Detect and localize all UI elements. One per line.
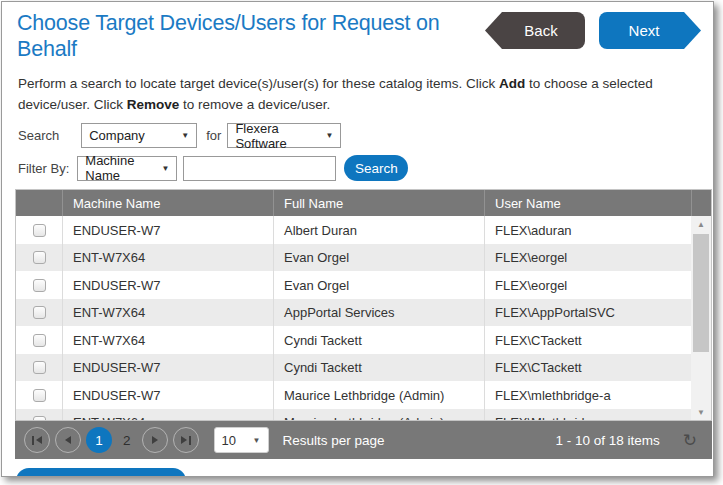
filter-by-label: Filter By: — [18, 161, 69, 176]
next-button[interactable]: Next — [599, 12, 701, 49]
next-page-icon — [152, 436, 158, 444]
cell-machine-name: ENT-W7X64 — [62, 244, 273, 272]
instructions-text: Perform a search to locate target device… — [18, 74, 698, 116]
cell-user-name: FLEX\mlethbridge-a — [484, 381, 691, 409]
row-checkbox[interactable] — [33, 334, 46, 347]
column-header-user-name[interactable]: User Name — [484, 190, 691, 216]
cell-machine-name: ENDUSER-W7 — [62, 354, 273, 382]
page-size-dropdown[interactable]: 10 ▼ — [214, 427, 269, 453]
scroll-up-icon[interactable]: ▲ — [691, 216, 711, 232]
table-row[interactable]: ENDUSER-W7 Cyndi Tackett FLEX\CTackett — [16, 354, 691, 382]
table-row[interactable]: ENT-W7X64 AppPortal Services FLEX\AppPor… — [16, 299, 691, 327]
dialog-header: Choose Target Devices/Users for Request … — [2, 2, 713, 62]
filter-input[interactable] — [183, 156, 336, 181]
cell-full-name: Maurice Lethbridge (Admin) — [273, 409, 484, 421]
cell-full-name: Cyndi Tackett — [273, 326, 484, 354]
previous-page-button[interactable] — [55, 427, 81, 453]
cell-full-name: Albert Duran — [273, 216, 484, 244]
grid-header: Machine Name Full Name User Name — [16, 190, 711, 216]
wizard-nav-buttons: Back Next — [485, 10, 701, 49]
pager-bar: 1 2 10 ▼ Results per page 1 - 10 of 18 i… — [15, 421, 712, 459]
row-checkbox[interactable] — [33, 306, 46, 319]
table-row[interactable]: ENT-W7X64 Evan Orgel FLEX\eorgel — [16, 244, 691, 272]
search-category-dropdown[interactable]: Company ▼ — [81, 123, 197, 148]
row-checkbox[interactable] — [33, 251, 46, 264]
row-checkbox[interactable] — [33, 224, 46, 237]
filter-row: Filter By: Machine Name ▼ Search — [18, 155, 713, 181]
cell-full-name: Evan Orgel — [273, 244, 484, 272]
grid-body: ENDUSER-W7 Albert Duran FLEX\aduran ENT-… — [16, 216, 711, 420]
cell-machine-name: ENDUSER-W7 — [62, 271, 273, 299]
chevron-down-icon: ▼ — [325, 131, 333, 140]
row-checkbox[interactable] — [33, 361, 46, 374]
page-number-current[interactable]: 1 — [86, 427, 112, 453]
scroll-down-icon[interactable]: ▼ — [691, 404, 711, 420]
scrollbar-header-spacer — [691, 190, 711, 216]
search-row: Search Company ▼ for Flexera Software ▼ — [18, 123, 713, 148]
table-row[interactable]: ENT-W7X64 Cyndi Tackett FLEX\CTackett — [16, 326, 691, 354]
add-selected-records-button[interactable]: Add Selected Records — [16, 468, 186, 477]
vertical-scrollbar[interactable]: ▲ ▼ — [691, 216, 711, 420]
filter-field-dropdown[interactable]: Machine Name ▼ — [77, 156, 177, 181]
scrollbar-track[interactable] — [691, 232, 711, 404]
last-page-button[interactable] — [173, 427, 199, 453]
cell-full-name: AppPortal Services — [273, 299, 484, 327]
back-button[interactable]: Back — [485, 12, 585, 49]
search-target-dropdown[interactable]: Flexera Software ▼ — [227, 123, 341, 148]
next-page-button[interactable] — [142, 427, 168, 453]
cell-machine-name: ENT-W7X64 — [62, 326, 273, 354]
table-row[interactable]: ENT-W7X64 Maurice Lethbridge (Admin) FLE… — [16, 409, 691, 421]
chevron-down-icon: ▼ — [181, 131, 189, 140]
cell-user-name: FLEX\AppPortalSVC — [484, 299, 691, 327]
row-checkbox[interactable] — [33, 279, 46, 292]
results-per-page-label: Results per page — [283, 433, 385, 448]
column-header-machine-name[interactable]: Machine Name — [62, 190, 273, 216]
search-button[interactable]: Search — [344, 155, 408, 181]
items-count-label: 1 - 10 of 18 items — [555, 433, 659, 448]
dialog-footer: Add Selected Records — [16, 468, 713, 477]
chevron-down-icon: ▼ — [253, 436, 261, 445]
cell-full-name: Evan Orgel — [273, 271, 484, 299]
cell-user-name: FLEX\CTackett — [484, 326, 691, 354]
search-label: Search — [18, 128, 59, 143]
refresh-icon[interactable]: ↻ — [683, 432, 697, 449]
row-checkbox[interactable] — [33, 416, 46, 420]
cell-user-name: FLEX\Mlethbridge-a — [484, 409, 691, 421]
cell-user-name: FLEX\aduran — [484, 216, 691, 244]
page-number-2[interactable]: 2 — [117, 433, 137, 448]
for-label: for — [206, 128, 221, 143]
cell-user-name: FLEX\CTackett — [484, 354, 691, 382]
cell-full-name: Maurice Lethbridge (Admin) — [273, 381, 484, 409]
cell-machine-name: ENT-W7X64 — [62, 409, 273, 421]
cell-full-name: Cyndi Tackett — [273, 354, 484, 382]
select-all-column-header — [16, 190, 62, 216]
first-page-icon — [32, 436, 34, 445]
table-body: ENDUSER-W7 Albert Duran FLEX\aduran ENT-… — [16, 216, 691, 420]
row-checkbox[interactable] — [33, 389, 46, 402]
last-page-icon — [181, 436, 187, 444]
cell-machine-name: ENDUSER-W7 — [62, 216, 273, 244]
cell-machine-name: ENT-W7X64 — [62, 299, 273, 327]
scrollbar-thumb[interactable] — [693, 234, 709, 352]
table-row[interactable]: ENDUSER-W7 Albert Duran FLEX\aduran — [16, 216, 691, 244]
page-title: Choose Target Devices/Users for Request … — [17, 10, 482, 62]
table-row[interactable]: ENDUSER-W7 Evan Orgel FLEX\eorgel — [16, 271, 691, 299]
choose-target-dialog: Choose Target Devices/Users for Request … — [1, 1, 714, 477]
first-page-button[interactable] — [24, 427, 50, 453]
cell-machine-name: ENDUSER-W7 — [62, 381, 273, 409]
column-header-full-name[interactable]: Full Name — [273, 190, 484, 216]
previous-page-icon — [65, 436, 71, 444]
cell-user-name: FLEX\eorgel — [484, 244, 691, 272]
table-row[interactable]: ENDUSER-W7 Maurice Lethbridge (Admin) FL… — [16, 381, 691, 409]
results-grid: Machine Name Full Name User Name ENDUSER… — [15, 189, 712, 421]
cell-user-name: FLEX\eorgel — [484, 271, 691, 299]
chevron-down-icon: ▼ — [161, 164, 169, 173]
